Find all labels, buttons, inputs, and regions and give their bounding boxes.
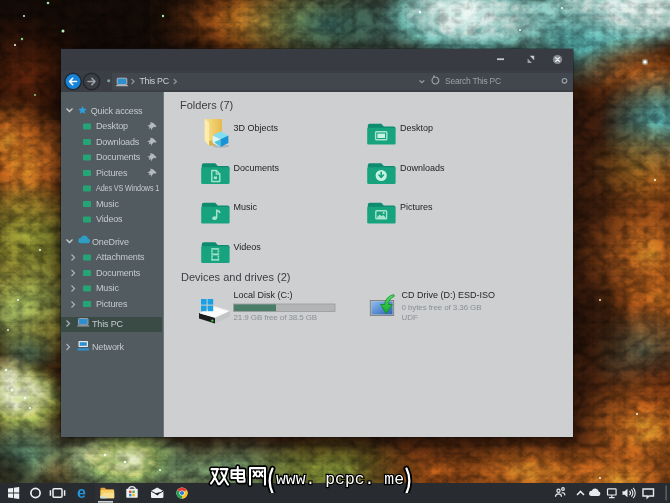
svg-text:www. pcpc. me: www. pcpc. me: [276, 470, 404, 489]
svg-text:e: e: [77, 484, 86, 501]
